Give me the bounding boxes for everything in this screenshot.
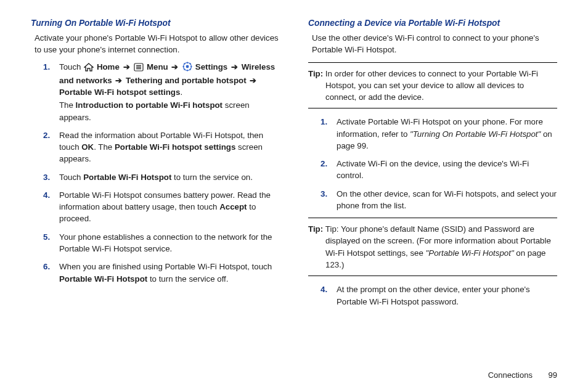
text: Activate Wi-Fi on the device, using the …	[337, 159, 529, 180]
cross-reference: "Portable Wi-Fi Hotspot"	[426, 248, 514, 258]
accept-label: Accept	[219, 202, 247, 211]
menu-label: Menu	[147, 62, 170, 71]
step-2-left: Read the information about Portable Wi-F…	[48, 129, 280, 165]
settings-screen-label: Portable Wi-Fi hotspot settings	[115, 142, 235, 152]
arrow-icon: ➔	[171, 61, 178, 73]
tip-box-1: Tip: In order for other devices to conne…	[308, 62, 557, 109]
tethering-label: Tethering and portable hotspot	[126, 76, 248, 85]
settings-icon	[182, 62, 192, 75]
step-5-left: Your phone establishes a connection to t…	[48, 231, 280, 255]
text: When you are finished using Portable Wi-…	[59, 262, 272, 271]
section-heading-right: Connecting a Device via Portable Wi-Fi H…	[308, 17, 557, 30]
text: to turn the service off.	[147, 274, 228, 284]
steps-list-right-a: Activate Portable Wi-Fi Hotspot on your …	[308, 116, 557, 211]
intro-screen-label: Introduction to portable Wi-Fi hotspot	[76, 100, 223, 110]
step-1-subtext: The Introduction to portable Wi-Fi hotsp…	[59, 99, 280, 123]
arrow-icon: ➔	[250, 75, 256, 86]
menu-icon	[134, 63, 144, 75]
step-3-right: On the other device, scan for Wi-Fi hots…	[325, 188, 557, 212]
section-heading-left: Turning On Portable Wi-Fi Hotspot	[31, 17, 280, 30]
tip-label: Tip:	[308, 224, 325, 234]
step-1-right: Activate Portable Wi-Fi Hotspot on your …	[325, 116, 557, 152]
text: . The	[94, 142, 115, 152]
text: Touch	[59, 173, 83, 182]
svg-point-5	[186, 65, 189, 68]
step-1-left: Touch Home ➔ Menu ➔ Settings	[48, 61, 280, 123]
text: On the other device, scan for Wi-Fi hots…	[337, 189, 557, 210]
text: to turn the service on.	[171, 173, 253, 182]
right-column: Connecting a Device via Portable Wi-Fi H…	[308, 17, 557, 365]
step-text: Touch	[59, 62, 83, 71]
step-2-right: Activate Wi-Fi on the device, using the …	[325, 158, 557, 182]
intro-text-left: Activate your phone's Portable Wi-Fi Hot…	[35, 32, 280, 56]
settings-label: Settings	[195, 62, 230, 71]
tip-content: Tip: Tip: Your phone's default Name (SSI…	[308, 223, 557, 271]
tip-content: Tip: In order for other devices to conne…	[308, 68, 557, 104]
intro-text-right: Use the other device's Wi-Fi control to …	[312, 32, 557, 56]
portable-settings-label: Portable Wi-Fi hotspot settings	[59, 88, 180, 97]
tip-box-2: Tip: Tip: Your phone's default Name (SSI…	[308, 218, 557, 276]
home-icon	[84, 63, 94, 75]
footer-page-number: 99	[549, 370, 557, 380]
tip-label: Tip:	[308, 69, 325, 78]
step-6-left: When you are finished using Portable Wi-…	[48, 261, 280, 285]
step-3-left: Touch Portable Wi-Fi Hotspot to turn the…	[48, 171, 280, 183]
steps-list-left: Touch Home ➔ Menu ➔ Settings	[31, 61, 280, 285]
left-column: Turning On Portable Wi-Fi Hotspot Activa…	[31, 17, 280, 365]
arrow-icon: ➔	[123, 61, 130, 73]
pwh-label: Portable Wi-Fi Hotspot	[59, 274, 147, 284]
pwh-label: Portable Wi-Fi Hotspot	[83, 173, 171, 182]
footer-section: Connections	[488, 370, 533, 380]
two-column-layout: Turning On Portable Wi-Fi Hotspot Activa…	[31, 17, 557, 365]
ok-label: OK	[81, 142, 94, 152]
home-label: Home	[97, 62, 122, 71]
page-footer: Connections 99	[31, 365, 557, 380]
text: At the prompt on the other device, enter…	[337, 285, 530, 306]
text: The	[59, 100, 76, 110]
arrow-icon: ➔	[231, 61, 238, 73]
document-page: Turning On Portable Wi-Fi Hotspot Activa…	[0, 0, 588, 392]
arrow-icon: ➔	[115, 75, 122, 86]
tip-body: In order for other devices to connect to…	[325, 69, 538, 102]
period: .	[180, 88, 182, 97]
step-4-right: At the prompt on the other device, enter…	[325, 284, 557, 308]
steps-list-right-b: At the prompt on the other device, enter…	[308, 284, 557, 308]
text: Your phone establishes a connection to t…	[59, 232, 272, 253]
cross-reference: "Turning On Portable Wi-Fi Hotspot"	[410, 129, 541, 139]
step-4-left: Portable Wi-Fi Hotspot consumes battery …	[48, 189, 280, 225]
